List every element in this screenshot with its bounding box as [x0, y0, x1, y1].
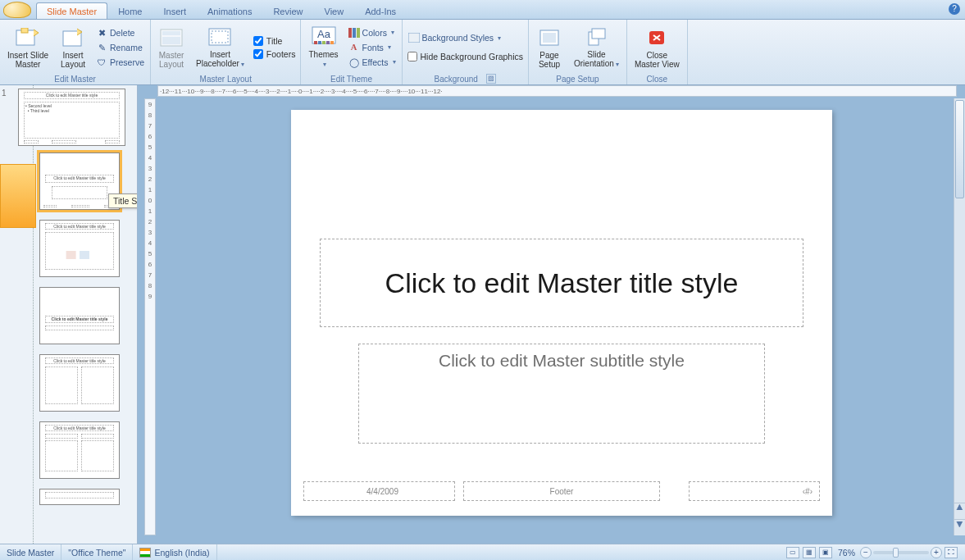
- layout-thumb-comparison[interactable]: Click to edit Master title style: [39, 421, 120, 479]
- flag-icon: [139, 548, 151, 558]
- colors-icon: [348, 27, 360, 39]
- group-edit-master: Insert Slide Master Insert Layout ✖Delet…: [0, 20, 151, 84]
- effects-icon: ◯: [348, 57, 360, 68]
- next-slide-button[interactable]: ⯆: [954, 519, 965, 535]
- zoom-percent[interactable]: 76%: [838, 548, 855, 558]
- layout-thumb-two-content[interactable]: Click to edit Master title style: [39, 354, 120, 412]
- master-layout-button[interactable]: Master Layout: [154, 24, 189, 71]
- fonts-button[interactable]: AFonts▾: [346, 41, 398, 54]
- svg-rect-15: [348, 28, 352, 38]
- svg-text:Aa: Aa: [317, 28, 331, 40]
- master-thumbnail[interactable]: Click to edit Master title style • Secon…: [18, 89, 125, 146]
- help-icon[interactable]: ?: [949, 3, 960, 15]
- title-placeholder[interactable]: Click to edit Master title style: [320, 239, 803, 327]
- ribbon: Insert Slide Master Insert Layout ✖Delet…: [0, 20, 965, 85]
- master-layout-icon: [158, 26, 184, 49]
- group-background: Background Styles▾ Hide Background Graph…: [403, 20, 529, 84]
- view-sorter-button[interactable]: ▦: [803, 547, 816, 558]
- page-setup-button[interactable]: Page Setup: [532, 24, 567, 71]
- insert-layout-button[interactable]: Insert Layout: [56, 24, 90, 71]
- insert-placeholder-button[interactable]: Insert Placeholder▾: [192, 23, 248, 71]
- slide[interactable]: Click to edit Master title style Click t…: [291, 110, 832, 516]
- tab-insert[interactable]: Insert: [152, 2, 197, 19]
- group-label-edit-master: Edit Master: [3, 73, 147, 84]
- orientation-icon: [583, 25, 609, 48]
- layout-thumb-section-header[interactable]: Click to edit Master title style: [39, 287, 120, 344]
- layout-connector: [33, 85, 34, 544]
- svg-rect-1: [21, 28, 28, 33]
- slide-master-icon: [15, 26, 41, 49]
- office-button[interactable]: [3, 2, 31, 18]
- slide-orientation-button[interactable]: Slide Orientation▾: [570, 23, 623, 71]
- page-setup-icon: [536, 26, 562, 49]
- bg-styles-icon: [408, 32, 420, 43]
- thumbnail-pane: 1 Click to edit Master title style • Sec…: [0, 85, 138, 544]
- prev-slide-button[interactable]: ⯅: [954, 503, 965, 519]
- vertical-scrollbar[interactable]: [954, 98, 965, 521]
- date-placeholder[interactable]: 4/4/2009: [303, 481, 455, 501]
- zoom-in-button[interactable]: +: [931, 547, 942, 558]
- footer-placeholder[interactable]: Footer: [463, 481, 660, 501]
- placeholder-icon: [207, 25, 233, 48]
- workspace: 1 Click to edit Master title style • Sec…: [0, 85, 965, 544]
- background-styles-button[interactable]: Background Styles▾: [406, 31, 525, 44]
- status-language[interactable]: English (India): [133, 544, 216, 560]
- background-launcher[interactable]: ▨: [486, 74, 496, 84]
- delete-button[interactable]: ✖Delete: [93, 26, 147, 39]
- scroll-thumb[interactable]: [955, 100, 964, 198]
- group-close: Close Master View Close: [627, 20, 688, 84]
- themes-icon: Aa: [311, 25, 337, 48]
- close-master-view-button[interactable]: Close Master View: [630, 24, 684, 71]
- subtitle-placeholder[interactable]: Click to edit Master subtitle style: [358, 344, 765, 444]
- tab-review[interactable]: Review: [262, 2, 313, 19]
- status-bar: Slide Master "Office Theme" English (Ind…: [0, 544, 965, 560]
- status-mode[interactable]: Slide Master: [0, 544, 61, 560]
- view-show-button[interactable]: ▣: [819, 547, 832, 558]
- fit-window-button[interactable]: ⛶: [945, 547, 958, 558]
- ruler-vertical[interactable]: 9876543210123456789: [144, 98, 156, 535]
- delete-icon: ✖: [96, 27, 107, 39]
- tab-slide-master[interactable]: Slide Master: [36, 2, 107, 19]
- editor-area: ·12···11···10···9····8····7····6····5···…: [138, 85, 965, 544]
- close-icon: [644, 26, 670, 49]
- group-master-layout: Master Layout Insert Placeholder▾ Title …: [151, 20, 301, 84]
- insert-slide-master-button[interactable]: Insert Slide Master: [3, 24, 52, 71]
- layout-thumb-title-only[interactable]: [39, 489, 120, 505]
- tab-home[interactable]: Home: [107, 2, 152, 19]
- colors-button[interactable]: Colors▾: [346, 26, 398, 39]
- zoom-slider[interactable]: [873, 551, 929, 554]
- tab-view[interactable]: View: [314, 2, 355, 19]
- group-label-page-setup: Page Setup: [532, 73, 623, 84]
- hide-bg-checkbox[interactable]: Hide Background Graphics: [406, 51, 525, 62]
- svg-rect-12: [322, 41, 325, 44]
- preserve-button[interactable]: 🛡Preserve: [93, 56, 147, 69]
- fonts-icon: A: [348, 42, 360, 53]
- layout-tooltip: Title Slide Layout: used by slide(s) 1: [108, 193, 138, 208]
- view-normal-button[interactable]: ▭: [786, 547, 799, 558]
- slide-canvas[interactable]: Click to edit Master title style Click t…: [157, 98, 954, 535]
- tab-animations[interactable]: Animations: [197, 2, 262, 19]
- title-checkbox[interactable]: Title: [252, 35, 298, 47]
- rename-button[interactable]: ✎Rename: [93, 41, 147, 54]
- group-label-edit-theme: Edit Theme: [304, 73, 398, 84]
- themes-button[interactable]: Aa Themes▾: [304, 23, 342, 71]
- ruler-horizontal[interactable]: ·12···11···10···9····8····7····6····5···…: [157, 85, 957, 97]
- svg-rect-4: [162, 31, 180, 35]
- footers-checkbox[interactable]: Footers: [252, 48, 298, 60]
- preserve-icon: 🛡: [96, 57, 107, 68]
- master-index: 1: [2, 89, 7, 98]
- slide-nav-buttons: ⯅ ⯆: [954, 503, 965, 535]
- tab-addins[interactable]: Add-Ins: [354, 2, 407, 19]
- svg-rect-18: [408, 33, 420, 43]
- group-edit-theme: Aa Themes▾ Colors▾ AFonts▾ ◯Effects▾ Edi…: [301, 20, 402, 84]
- zoom-knob[interactable]: [893, 548, 899, 558]
- svg-rect-10: [314, 41, 317, 44]
- svg-rect-11: [318, 41, 321, 44]
- zoom-out-button[interactable]: −: [860, 547, 872, 558]
- layout-thumb-title-content[interactable]: Click to edit Master title style: [39, 220, 120, 277]
- effects-button[interactable]: ◯Effects▾: [346, 56, 398, 69]
- slidenum-placeholder[interactable]: ‹#›: [689, 481, 820, 501]
- svg-rect-16: [353, 28, 356, 38]
- status-theme[interactable]: "Office Theme": [61, 544, 133, 560]
- svg-rect-20: [543, 33, 556, 43]
